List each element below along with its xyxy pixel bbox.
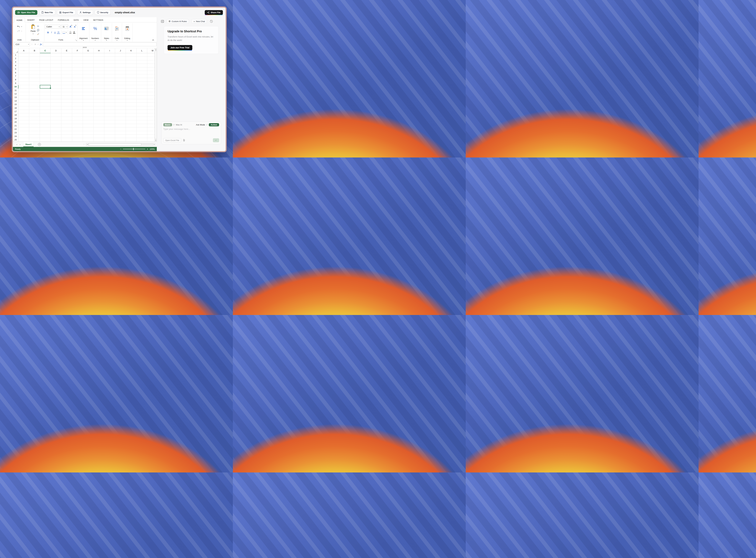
grid-cell-G24[interactable] (83, 134, 94, 138)
grid-cell-J25[interactable] (115, 138, 126, 142)
row-header-14[interactable]: 14 (13, 99, 19, 103)
grid-cell-A20[interactable] (19, 120, 29, 124)
grid-cell-M12[interactable] (147, 92, 155, 96)
grid-cell-C14[interactable] (40, 99, 51, 103)
grid-cell-L24[interactable] (137, 134, 147, 138)
row-header-25[interactable]: 25 (13, 138, 19, 142)
grid-cell-K19[interactable] (126, 117, 137, 120)
grid-cell-G8[interactable] (83, 78, 94, 81)
grid-cell-A9[interactable] (19, 81, 29, 85)
grid-cell-A18[interactable] (19, 113, 29, 117)
grid-cell-J6[interactable] (115, 71, 126, 74)
grid-cell-H17[interactable] (94, 110, 104, 113)
vertical-scrollbar[interactable]: ▴ ▾ (155, 48, 157, 142)
row-header-6[interactable]: 6 (13, 71, 19, 74)
grid-cell-A2[interactable] (19, 57, 29, 60)
grid-cell-G3[interactable] (83, 60, 94, 64)
grid-cell-L2[interactable] (137, 57, 147, 60)
grid-cell-F3[interactable] (72, 60, 83, 64)
grid-cell-C15[interactable] (40, 103, 51, 106)
grid-cell-J11[interactable] (115, 88, 126, 92)
grid-cell-B25[interactable] (29, 138, 40, 142)
grid-cell-F24[interactable] (72, 134, 83, 138)
grid-cell-D14[interactable] (51, 99, 62, 103)
grid-cell-K5[interactable] (126, 68, 137, 71)
grid-cell-F13[interactable] (72, 96, 83, 99)
grid-cell-M9[interactable] (147, 81, 155, 85)
grid-cell-B15[interactable] (29, 103, 40, 106)
grid-cell-H18[interactable] (94, 113, 104, 117)
settings-button[interactable]: Settings (77, 10, 93, 15)
grid-cell-D16[interactable] (51, 106, 62, 110)
formula-bar-grip-icon[interactable]: ⋮ (31, 43, 33, 45)
grid-cell-B11[interactable] (29, 88, 40, 92)
grid-cell-L22[interactable] (137, 127, 147, 131)
horizontal-scrollbar-track[interactable] (141, 143, 153, 146)
grid-cell-L15[interactable] (137, 103, 147, 106)
grid-cell-K22[interactable] (126, 127, 137, 131)
next-sheet-button[interactable]: › (20, 143, 20, 146)
grid-cell-F16[interactable] (72, 106, 83, 110)
grid-cell-K2[interactable] (126, 57, 137, 60)
grid-cell-A24[interactable] (19, 134, 29, 138)
ribbon-group-editing[interactable]: Editing ▾ (122, 23, 132, 42)
grid-cell-E10[interactable] (62, 85, 72, 88)
grid-cell-L5[interactable] (137, 68, 147, 71)
ask-mode-toggle[interactable]: Ask Mode (196, 124, 205, 126)
grid-cell-H12[interactable] (94, 92, 104, 96)
grid-cell-B3[interactable] (29, 60, 40, 64)
grid-cell-I4[interactable] (104, 64, 115, 67)
grid-cell-B23[interactable] (29, 131, 40, 134)
grid-cell-J21[interactable] (115, 124, 126, 127)
grid-cell-J12[interactable] (115, 92, 126, 96)
grid-cell-G11[interactable] (83, 88, 94, 92)
grid-cell-B20[interactable] (29, 120, 40, 124)
row-header-12[interactable]: 12 (13, 92, 19, 96)
grid-cell-B1[interactable] (29, 53, 40, 57)
grid-cell-L13[interactable] (137, 96, 147, 99)
grid-cell-M7[interactable] (147, 74, 155, 78)
grid-cell-D9[interactable] (51, 81, 62, 85)
new-file-button[interactable]: New File (39, 10, 55, 15)
grid-cell-K21[interactable] (126, 124, 137, 127)
grid-cell-C6[interactable] (40, 71, 51, 74)
grid-cell-J1[interactable] (115, 53, 126, 57)
grid-cell-L20[interactable] (137, 120, 147, 124)
grid-cell-C10[interactable] (40, 85, 51, 88)
grid-cell-G20[interactable] (83, 120, 94, 124)
underline-button[interactable]: U (53, 31, 56, 34)
grid-cell-L12[interactable] (137, 92, 147, 96)
grid-cell-L14[interactable] (137, 99, 147, 103)
grid-cell-H4[interactable] (94, 64, 104, 67)
grid-cell-I13[interactable] (104, 96, 115, 99)
grid-cell-M6[interactable] (147, 71, 155, 74)
grid-cell-M24[interactable] (147, 134, 155, 138)
row-header-8[interactable]: 8 (13, 78, 19, 81)
zoom-out-button[interactable]: − (120, 148, 121, 150)
grid-cell-M4[interactable] (147, 64, 155, 67)
grid-cell-G10[interactable] (83, 85, 94, 88)
share-file-button[interactable]: Share File (205, 10, 223, 15)
grid-cell-E7[interactable] (62, 74, 72, 78)
grid-cell-F4[interactable] (72, 64, 83, 67)
grid-cell-K20[interactable] (126, 120, 137, 124)
grid-cell-H1[interactable] (94, 53, 104, 57)
formula-bar-resize-strip[interactable] (13, 47, 157, 48)
insert-function-button[interactable]: fx (40, 43, 43, 46)
grid-cell-E17[interactable] (62, 110, 72, 113)
grid-cell-C22[interactable] (40, 127, 51, 131)
ribbon-tab-page-layout[interactable]: PAGE LAYOUT (37, 18, 55, 22)
row-header-15[interactable]: 15 (13, 103, 19, 106)
format-painter-icon[interactable] (37, 33, 40, 35)
grid-cell-A23[interactable] (19, 131, 29, 134)
borders-button[interactable] (63, 31, 65, 33)
grid-cell-G5[interactable] (83, 68, 94, 71)
ribbon-tab-data[interactable]: DATA (71, 18, 81, 22)
open-excel-file-button[interactable]: Open Excel File (163, 138, 181, 143)
grid-cell-A4[interactable] (19, 64, 29, 67)
grid-cell-C18[interactable] (40, 113, 51, 117)
grid-cell-M11[interactable] (147, 88, 155, 92)
max-ai-mode-toggle[interactable]: Max AI (176, 124, 182, 126)
grid-cell-A19[interactable] (19, 117, 29, 120)
grid-cell-E23[interactable] (62, 131, 72, 134)
